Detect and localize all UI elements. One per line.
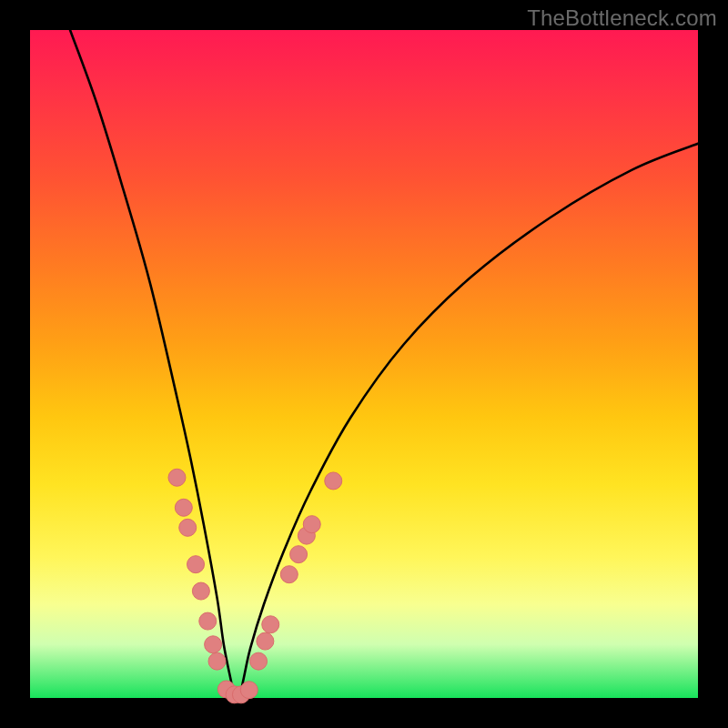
curve-layer xyxy=(30,30,698,698)
marker-dot xyxy=(262,616,279,633)
marker-dot xyxy=(175,499,192,516)
marker-dot xyxy=(325,472,342,490)
marker-dot xyxy=(199,612,217,630)
marker-dots xyxy=(168,469,342,703)
marker-dot xyxy=(303,516,320,533)
attribution-text: TheBottleneck.com xyxy=(527,5,717,31)
marker-dot xyxy=(168,469,186,486)
marker-dot xyxy=(290,546,308,563)
marker-dot xyxy=(205,636,222,653)
marker-dot xyxy=(192,582,209,600)
marker-dot xyxy=(208,652,226,670)
marker-dot xyxy=(250,652,268,670)
chart-stage: TheBottleneck.com xyxy=(0,0,728,728)
marker-dot xyxy=(187,556,205,573)
marker-dot xyxy=(257,632,274,650)
plot-area xyxy=(30,30,698,698)
marker-dot xyxy=(280,566,298,583)
marker-dot xyxy=(179,519,197,536)
bottleneck-curve xyxy=(70,30,698,697)
marker-dot xyxy=(240,682,258,699)
